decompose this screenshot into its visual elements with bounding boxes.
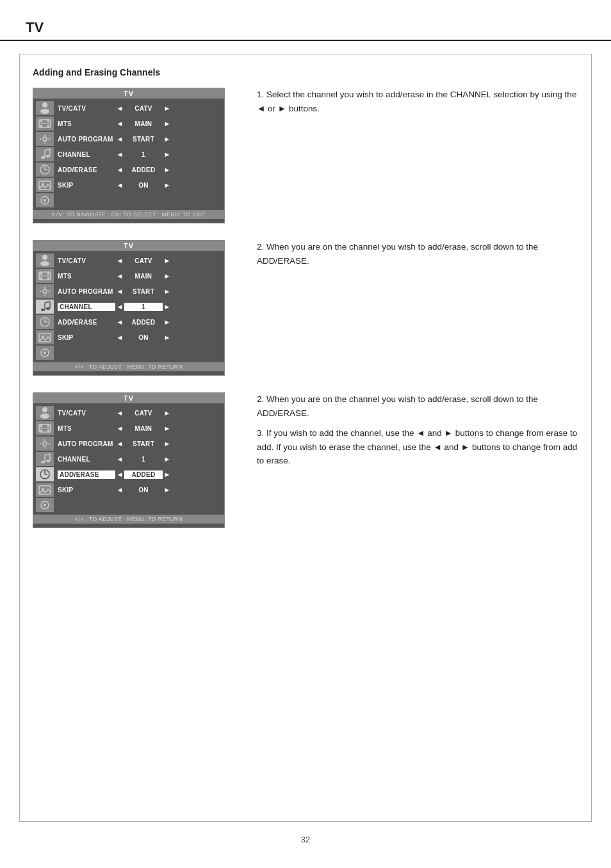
tv-label-2-3: CHANNEL [58, 303, 115, 311]
tv-value-3-2: START [124, 440, 163, 447]
content-row-3: TV [33, 392, 578, 532]
page-number: 32 [0, 835, 611, 844]
svg-point-20 [44, 199, 46, 202]
svg-point-55 [46, 460, 50, 462]
tv-arrow-left-1-4: ◄ [115, 166, 124, 173]
tv-row-3-5: SKIP ◄ ON ► [58, 483, 222, 497]
tv-menu-col-2: TV/CATV ◄ CATV ► MTS ◄ MAIN ► [58, 253, 222, 361]
tv-row-2-0: TV/CATV ◄ CATV ► [58, 253, 222, 268]
tv-label-1-4: ADD/ERASE [58, 166, 115, 173]
tv-label-1-3: CHANNEL [58, 151, 115, 158]
tv-value-1-0: CATV [124, 105, 163, 112]
tv-value-1-1: MAIN [124, 120, 163, 127]
tv-panel-1-header: TV [33, 88, 224, 99]
svg-line-32 [45, 301, 50, 303]
tv-value-2-4: ADDED [124, 319, 163, 326]
tv-arrow-left-2-0: ◄ [115, 257, 124, 264]
tv-arrow-left-2-5: ◄ [115, 334, 124, 341]
icon-music-1 [36, 147, 54, 161]
svg-point-41 [44, 351, 46, 354]
svg-point-42 [42, 407, 47, 412]
tv-value-1-3: 1 [124, 151, 163, 158]
tv-value-3-4: ADDED [124, 470, 163, 479]
tv-label-2-1: MTS [58, 273, 115, 280]
icon-music-2 [36, 300, 54, 314]
tv-row-1-4: ADD/ERASE ◄ ADDED ► [58, 163, 222, 177]
tv-row-3-1: MTS ◄ MAIN ► [58, 421, 222, 435]
tv-panel-3-header: TV [33, 393, 224, 403]
svg-rect-47 [40, 430, 42, 432]
svg-rect-48 [47, 430, 49, 432]
svg-line-11 [45, 149, 50, 150]
svg-rect-5 [40, 125, 42, 127]
tv-value-3-1: MAIN [124, 425, 163, 432]
tv-icons-col-3 [36, 406, 54, 513]
svg-point-22 [40, 261, 49, 266]
icon-settings-3 [36, 437, 54, 451]
tv-row-1-1: MTS ◄ MAIN ► [58, 117, 222, 131]
svg-point-8 [43, 137, 47, 141]
tv-value-3-3: 1 [124, 456, 163, 463]
svg-rect-6 [47, 125, 49, 127]
tv-value-1-5: ON [124, 182, 163, 189]
tv-panel-2-header: TV [33, 241, 224, 251]
icon-settings-1 [36, 132, 54, 146]
tv-arrow-right-2-1: ► [163, 272, 172, 280]
tv-arrow-right-3-1: ► [163, 424, 172, 432]
svg-point-51 [41, 461, 45, 463]
tv-arrow-right-3-5: ► [163, 486, 172, 494]
tv-value-2-3: 1 [124, 303, 163, 311]
tv-arrow-left-1-0: ◄ [115, 104, 124, 112]
icon-film-1 [36, 117, 54, 131]
svg-rect-27 [47, 277, 49, 280]
tv-panel-2-rows: TV/CATV ◄ CATV ► MTS ◄ MAIN ► [33, 252, 224, 362]
tv-panel-3: TV [33, 392, 225, 528]
right-text-1: 1. Select the channel you wish to add/er… [238, 88, 578, 115]
tv-arrow-left-1-1: ◄ [115, 120, 124, 127]
tv-arrow-right-2-5: ► [163, 334, 172, 341]
tv-row-3-0: TV/CATV ◄ CATV ► [58, 406, 222, 420]
tv-panel-1: TV [33, 88, 225, 223]
tv-panel-1-footer: ∧/∨: TO NAVIGATE OK: TO SELECT MENU: TO … [33, 210, 224, 219]
left-panel-3: TV [33, 392, 238, 532]
icon-circle-1 [36, 193, 54, 207]
tv-arrow-right-1-3: ► [163, 150, 172, 158]
svg-rect-4 [47, 120, 49, 122]
icon-person-3 [36, 406, 54, 420]
icon-clock-2 [36, 315, 54, 329]
instruction-1: 1. Select the channel you wish to add/er… [257, 90, 576, 113]
left-panel-2: TV [33, 240, 238, 380]
tv-value-1-2: START [124, 136, 163, 143]
tv-row-1-3: CHANNEL ◄ 1 ► [58, 147, 222, 161]
tv-arrow-left-3-4: ◄ [115, 470, 124, 478]
svg-point-29 [43, 289, 47, 293]
icon-circle-2 [36, 346, 54, 360]
tv-arrow-right-3-0: ► [163, 409, 172, 417]
tv-icons-col-2 [36, 253, 54, 361]
tv-panel-2: TV [33, 240, 225, 376]
tv-arrow-right-1-4: ► [163, 166, 172, 173]
tv-label-3-5: SKIP [58, 486, 115, 494]
icon-settings-2 [36, 284, 54, 298]
page-title: TV [26, 19, 44, 40]
svg-rect-46 [47, 424, 49, 427]
tv-arrow-right-1-2: ► [163, 135, 172, 143]
tv-arrow-right-3-4: ► [163, 470, 172, 478]
svg-point-34 [46, 307, 50, 310]
tv-label-3-2: AUTO PROGRAM [58, 440, 115, 447]
svg-rect-25 [47, 272, 49, 275]
svg-rect-24 [40, 272, 42, 275]
tv-panel-2-footer: </> : TO ADJUST MENU: TO RETURN [33, 362, 224, 371]
content-row-2: TV [33, 240, 578, 380]
tv-value-3-5: ON [124, 486, 163, 494]
svg-point-50 [43, 442, 47, 446]
right-text-2: 2. When you are on the channel you wish … [238, 240, 578, 268]
tv-row-1-0: TV/CATV ◄ CATV ► [58, 101, 222, 115]
icon-film-3 [36, 421, 54, 435]
tv-arrow-left-2-4: ◄ [115, 318, 124, 326]
tv-label-3-3: CHANNEL [58, 456, 115, 463]
svg-line-53 [45, 454, 50, 455]
icon-music-3 [36, 452, 54, 466]
svg-point-21 [42, 255, 47, 260]
tv-arrow-left-1-5: ◄ [115, 181, 124, 189]
